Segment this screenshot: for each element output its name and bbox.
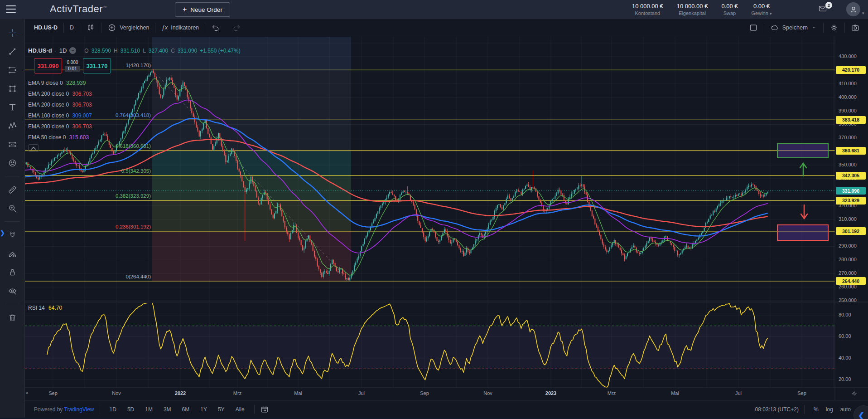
tool-crosshair[interactable] [5, 25, 20, 40]
redo-button[interactable] [226, 19, 247, 36]
tool-ruler[interactable] [5, 182, 20, 197]
tool-eye-hide[interactable] [5, 283, 20, 298]
fib-price-badge-360.681: 360.681 [836, 147, 866, 155]
price-axis-label-350: 350.000 [839, 162, 857, 167]
save-button[interactable]: Speichern [764, 19, 823, 36]
stat-value: 0.00 € [721, 3, 738, 10]
gear-icon [829, 23, 839, 32]
tool-fib-retracement[interactable] [5, 62, 20, 78]
tool-text[interactable] [5, 99, 20, 115]
timeframe-6M[interactable]: 6M [178, 404, 194, 414]
indicators-button[interactable]: ƒx Indikatoren [155, 19, 205, 36]
app-logo: ActivTrader™ [50, 3, 107, 15]
stat-label: Swap [723, 10, 736, 16]
chevron-down-icon[interactable]: ▾ [770, 11, 772, 16]
sell-button[interactable]: 331.090 [34, 58, 62, 73]
current-price-badge: 331.090 [836, 187, 866, 195]
tool-magnet[interactable] [5, 227, 20, 243]
timeframe-5Y[interactable]: 5Y [214, 404, 229, 414]
avatar[interactable] [846, 2, 860, 16]
redo-icon [232, 23, 241, 32]
time-axis-settings-icon[interactable] [851, 390, 858, 397]
new-order-button[interactable]: + Neue Order [175, 2, 230, 17]
ema-legend-row[interactable]: EMA 50 close 0 315.603 [28, 134, 89, 141]
tool-trash[interactable] [5, 310, 20, 325]
stat-label: Eigenkapital [679, 10, 706, 16]
chart-toolbar: HD.US-D D Vergleichen ƒx Indikatoren Spe… [25, 19, 868, 36]
fib-level-label-0.5[interactable]: 0.5(342.305) [68, 168, 151, 174]
tool-zoom-in[interactable] [5, 200, 20, 216]
time-axis-label-Nov: Nov [483, 390, 492, 396]
plus-icon: + [183, 5, 187, 14]
layout-button[interactable] [743, 19, 764, 36]
account-stats: 10 000.00 €Kontostand10 000.00 €Eigenkap… [632, 3, 772, 16]
fib-price-badge-323.929: 323.929 [836, 197, 866, 205]
tradingview-link[interactable]: TradingView [64, 406, 94, 413]
tool-drawing-lock[interactable] [5, 246, 20, 261]
expand-panel-icon[interactable]: ❯ [0, 227, 6, 239]
timeframe-1Y[interactable]: 1Y [196, 404, 211, 414]
ema-legend-row[interactable]: EMA 200 close 0 306.703 [28, 123, 92, 130]
compare-button[interactable]: Vergleichen [101, 19, 155, 36]
time-axis-label-Mai: Mai [294, 390, 302, 396]
timeframe-5D[interactable]: 5D [123, 404, 138, 414]
activtrader-app: ActivTrader™ + Neue Order 10 000.00 €Kon… [0, 0, 868, 419]
tool-forecast[interactable] [5, 136, 20, 152]
avatar-caret-icon[interactable]: ▾ [862, 11, 864, 15]
tool-lock[interactable] [5, 264, 20, 280]
fib-price-badge-342.305: 342.305 [836, 172, 866, 180]
timeframe-1M[interactable]: 1M [141, 404, 157, 414]
tool-emoji[interactable] [5, 155, 20, 171]
candle-style-button[interactable] [80, 19, 101, 36]
goto-date-button[interactable] [260, 405, 269, 414]
legend-symbol[interactable]: HD.US-d [28, 47, 52, 54]
snapshot-button[interactable] [845, 19, 868, 36]
collapse-legend-button[interactable] [28, 144, 39, 152]
percent-scale-button[interactable]: % [810, 404, 822, 414]
rsi-axis-label-20: 20.00 [839, 376, 851, 382]
price-axis-label-270: 270.000 [839, 270, 857, 276]
fib-price-badge-383.418: 383.418 [836, 116, 866, 124]
collapse-symbol-icon[interactable]: − [69, 47, 76, 54]
interval-button[interactable]: D [64, 19, 80, 36]
ema-legend-row[interactable]: EMA 200 close 0 306.703 [28, 102, 92, 108]
price-axis-label-390: 390.000 [839, 108, 857, 113]
auto-scale-button[interactable]: auto [837, 404, 854, 414]
time-axis-label-Sep: Sep [797, 390, 806, 396]
fx-icon: ƒx [161, 24, 168, 31]
tool-trend-line[interactable] [5, 44, 20, 59]
rsi-value: 64.70 [48, 305, 62, 311]
undo-button[interactable] [205, 19, 226, 36]
scroll-left-icon[interactable]: « [25, 389, 29, 396]
log-scale-button[interactable]: log [822, 404, 837, 414]
chart-settings-button[interactable] [824, 19, 844, 36]
clock: 08:03:13 (UTC+2) [755, 406, 799, 413]
fib-level-label-0.382[interactable]: 0.382(323.929) [68, 193, 151, 199]
mail-icon[interactable]: 2 [818, 4, 830, 15]
toolbar-divider [5, 176, 20, 176]
menu-icon[interactable] [6, 5, 16, 14]
buy-sell-widget: 331.090 0.080 0.01 331.170 [34, 58, 111, 73]
timeframe-1D[interactable]: 1D [106, 404, 121, 414]
ema-legend-row[interactable]: EMA 100 close 0 309.007 [28, 112, 92, 119]
timeframe-3M[interactable]: 3M [159, 404, 175, 414]
fib-level-label-0.618[interactable]: 0.618(360.681) [68, 143, 151, 149]
timeframe-Alle[interactable]: Alle [231, 404, 249, 414]
legend-interval[interactable]: 1D [59, 47, 67, 54]
buy-button[interactable]: 331.170 [83, 58, 111, 73]
ema-legend-row[interactable]: EMA 9 close 0 328.939 [28, 80, 86, 86]
time-axis-label-Nov: Nov [112, 390, 121, 396]
fib-price-badge-420.170: 420.170 [836, 66, 866, 74]
time-axis-label-Mai: Mai [671, 390, 679, 396]
account-stat-gewinn[interactable]: 0.00 €Gewinn ▾ [752, 3, 772, 16]
ema-legend-row[interactable]: EMA 200 close 0 306.703 [28, 91, 92, 97]
stat-value: 0.00 € [753, 3, 770, 10]
candle-style-icon [86, 23, 95, 32]
tool-xabcd-pattern[interactable] [5, 118, 20, 133]
symbol-search-button[interactable]: HD.US-D [25, 19, 63, 36]
spread-display: 0.080 0.01 [62, 60, 83, 72]
tool-shapes[interactable] [5, 81, 20, 96]
fib-level-label-0[interactable]: 0(264.440) [68, 274, 151, 279]
fib-level-label-0.236[interactable]: 0.236(301.192) [68, 224, 151, 229]
powered-by: Powered by TradingView [34, 406, 94, 413]
